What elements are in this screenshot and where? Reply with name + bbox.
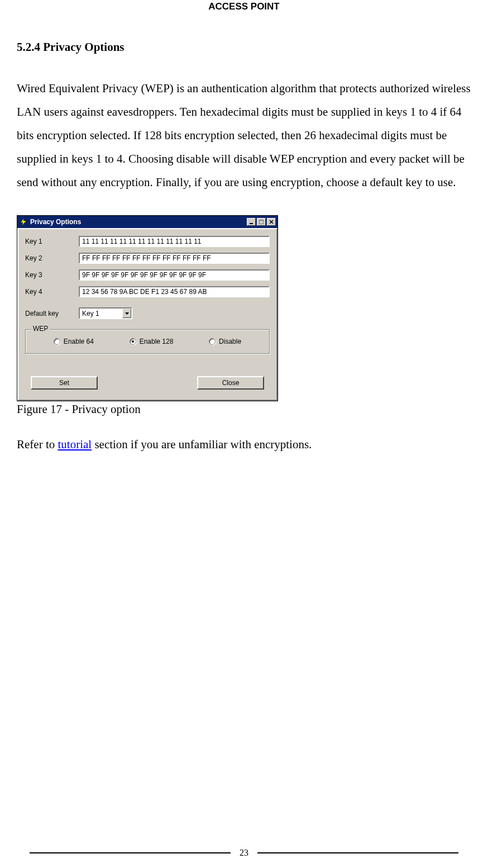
footer-rule-right [257,852,458,853]
key1-input[interactable] [79,236,270,247]
default-key-label: Default key [25,310,79,317]
figure-caption: Figure 17 - Privacy option [17,402,471,416]
maximize-button[interactable] [257,218,266,226]
page-header: ACCESS POINT [0,0,488,12]
privacy-options-dialog: Privacy Options Key 1 [17,215,278,401]
key4-label: Key 4 [25,288,79,296]
radio-label: Disable [219,338,241,345]
radio-label: Enable 128 [140,338,174,345]
radio-label: Enable 64 [64,338,94,345]
lightning-icon [19,217,28,226]
default-key-combo[interactable]: Key 1 [79,307,132,319]
section-heading: 5.2.4 Privacy Options [17,40,471,54]
set-button[interactable]: Set [31,376,98,390]
minimize-button[interactable] [247,218,256,226]
radio-enable-128[interactable]: Enable 128 [130,338,174,345]
svg-rect-1 [250,223,253,224]
page-footer: 23 [0,848,488,858]
tutorial-link[interactable]: tutorial [58,438,92,451]
close-button[interactable] [267,218,276,226]
radio-icon [130,338,136,345]
svg-marker-6 [125,312,129,315]
key3-input[interactable] [79,269,270,281]
refer-paragraph: Refer to tutorial section if you are unf… [17,438,471,452]
svg-rect-3 [259,220,264,221]
footer-rule-left [30,852,231,853]
radio-icon [209,338,216,345]
key3-label: Key 3 [25,271,79,279]
svg-marker-0 [21,218,26,226]
key4-input[interactable] [79,286,270,297]
wep-fieldset: WEP Enable 64 Enable 128 Disable [25,329,270,354]
chevron-down-icon[interactable] [122,309,131,318]
refer-post: section if you are unfamiliar with encry… [92,438,312,451]
key1-label: Key 1 [25,238,79,245]
key2-input[interactable] [79,253,270,264]
wep-legend: WEP [31,325,50,333]
body-paragraph: Wired Equivalent Privacy (WEP) is an aut… [17,77,471,194]
default-key-value: Key 1 [80,309,122,318]
figure-privacy-options: Privacy Options Key 1 [17,215,471,416]
page-number: 23 [236,848,252,858]
radio-enable-64[interactable]: Enable 64 [54,338,94,345]
dialog-title: Privacy Options [30,218,247,226]
dialog-titlebar: Privacy Options [17,216,278,228]
key2-label: Key 2 [25,254,79,262]
refer-pre: Refer to [17,438,58,451]
radio-icon [54,338,60,345]
close-dialog-button[interactable]: Close [197,376,264,390]
radio-disable[interactable]: Disable [209,338,241,345]
